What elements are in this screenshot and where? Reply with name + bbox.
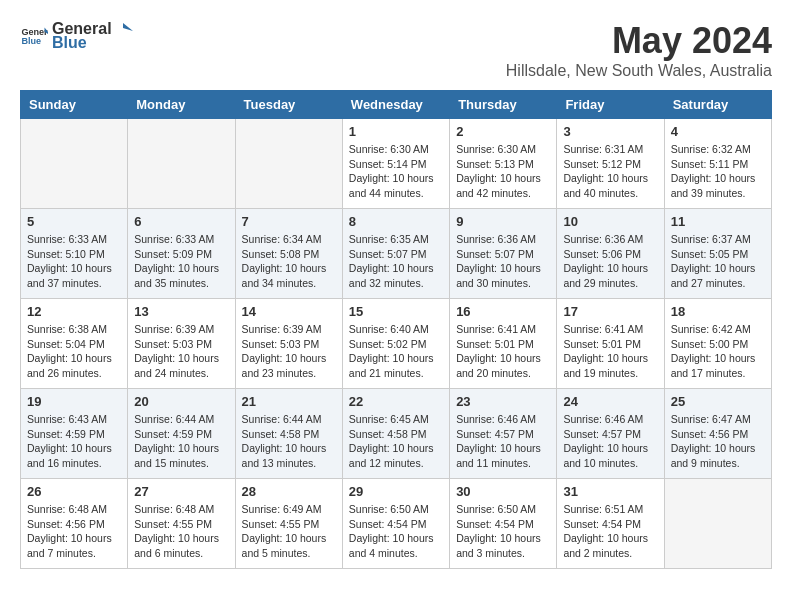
- calendar-cell: 8Sunrise: 6:35 AMSunset: 5:07 PMDaylight…: [342, 209, 449, 299]
- day-number: 6: [134, 214, 228, 229]
- day-info: Sunrise: 6:35 AMSunset: 5:07 PMDaylight:…: [349, 232, 443, 291]
- day-number: 18: [671, 304, 765, 319]
- calendar-cell: 10Sunrise: 6:36 AMSunset: 5:06 PMDayligh…: [557, 209, 664, 299]
- day-number: 17: [563, 304, 657, 319]
- day-number: 9: [456, 214, 550, 229]
- day-number: 10: [563, 214, 657, 229]
- subtitle: Hillsdale, New South Wales, Australia: [506, 62, 772, 80]
- calendar-cell: 17Sunrise: 6:41 AMSunset: 5:01 PMDayligh…: [557, 299, 664, 389]
- day-info: Sunrise: 6:41 AMSunset: 5:01 PMDaylight:…: [563, 322, 657, 381]
- calendar-cell: 18Sunrise: 6:42 AMSunset: 5:00 PMDayligh…: [664, 299, 771, 389]
- day-info: Sunrise: 6:46 AMSunset: 4:57 PMDaylight:…: [456, 412, 550, 471]
- calendar-cell: 24Sunrise: 6:46 AMSunset: 4:57 PMDayligh…: [557, 389, 664, 479]
- calendar-cell: [664, 479, 771, 569]
- day-number: 20: [134, 394, 228, 409]
- logo-icon: General Blue: [20, 22, 48, 50]
- day-number: 13: [134, 304, 228, 319]
- day-info: Sunrise: 6:43 AMSunset: 4:59 PMDaylight:…: [27, 412, 121, 471]
- calendar-header-monday: Monday: [128, 91, 235, 119]
- logo-bird-icon: [113, 21, 133, 37]
- calendar-cell: [128, 119, 235, 209]
- day-number: 15: [349, 304, 443, 319]
- day-info: Sunrise: 6:32 AMSunset: 5:11 PMDaylight:…: [671, 142, 765, 201]
- day-info: Sunrise: 6:42 AMSunset: 5:00 PMDaylight:…: [671, 322, 765, 381]
- day-info: Sunrise: 6:39 AMSunset: 5:03 PMDaylight:…: [242, 322, 336, 381]
- calendar-cell: 31Sunrise: 6:51 AMSunset: 4:54 PMDayligh…: [557, 479, 664, 569]
- calendar-cell: 6Sunrise: 6:33 AMSunset: 5:09 PMDaylight…: [128, 209, 235, 299]
- day-number: 2: [456, 124, 550, 139]
- calendar-cell: 7Sunrise: 6:34 AMSunset: 5:08 PMDaylight…: [235, 209, 342, 299]
- day-number: 1: [349, 124, 443, 139]
- day-number: 26: [27, 484, 121, 499]
- calendar-cell: 5Sunrise: 6:33 AMSunset: 5:10 PMDaylight…: [21, 209, 128, 299]
- svg-text:General: General: [21, 27, 48, 37]
- calendar-cell: 29Sunrise: 6:50 AMSunset: 4:54 PMDayligh…: [342, 479, 449, 569]
- day-info: Sunrise: 6:47 AMSunset: 4:56 PMDaylight:…: [671, 412, 765, 471]
- logo: General Blue General Blue: [20, 20, 134, 52]
- day-number: 19: [27, 394, 121, 409]
- calendar-cell: 26Sunrise: 6:48 AMSunset: 4:56 PMDayligh…: [21, 479, 128, 569]
- calendar-cell: 19Sunrise: 6:43 AMSunset: 4:59 PMDayligh…: [21, 389, 128, 479]
- day-info: Sunrise: 6:50 AMSunset: 4:54 PMDaylight:…: [456, 502, 550, 561]
- day-info: Sunrise: 6:34 AMSunset: 5:08 PMDaylight:…: [242, 232, 336, 291]
- day-number: 11: [671, 214, 765, 229]
- calendar-header-tuesday: Tuesday: [235, 91, 342, 119]
- calendar-week-row: 26Sunrise: 6:48 AMSunset: 4:56 PMDayligh…: [21, 479, 772, 569]
- day-number: 27: [134, 484, 228, 499]
- calendar-cell: 11Sunrise: 6:37 AMSunset: 5:05 PMDayligh…: [664, 209, 771, 299]
- day-info: Sunrise: 6:41 AMSunset: 5:01 PMDaylight:…: [456, 322, 550, 381]
- calendar: SundayMondayTuesdayWednesdayThursdayFrid…: [20, 90, 772, 569]
- calendar-header-friday: Friday: [557, 91, 664, 119]
- day-info: Sunrise: 6:50 AMSunset: 4:54 PMDaylight:…: [349, 502, 443, 561]
- calendar-cell: 16Sunrise: 6:41 AMSunset: 5:01 PMDayligh…: [450, 299, 557, 389]
- day-number: 30: [456, 484, 550, 499]
- day-number: 12: [27, 304, 121, 319]
- day-info: Sunrise: 6:44 AMSunset: 4:59 PMDaylight:…: [134, 412, 228, 471]
- calendar-header-wednesday: Wednesday: [342, 91, 449, 119]
- day-info: Sunrise: 6:40 AMSunset: 5:02 PMDaylight:…: [349, 322, 443, 381]
- day-number: 21: [242, 394, 336, 409]
- calendar-week-row: 1Sunrise: 6:30 AMSunset: 5:14 PMDaylight…: [21, 119, 772, 209]
- calendar-cell: 14Sunrise: 6:39 AMSunset: 5:03 PMDayligh…: [235, 299, 342, 389]
- header: General Blue General Blue May 2024 Hills…: [20, 20, 772, 80]
- day-number: 5: [27, 214, 121, 229]
- calendar-cell: 13Sunrise: 6:39 AMSunset: 5:03 PMDayligh…: [128, 299, 235, 389]
- calendar-week-row: 19Sunrise: 6:43 AMSunset: 4:59 PMDayligh…: [21, 389, 772, 479]
- calendar-cell: 23Sunrise: 6:46 AMSunset: 4:57 PMDayligh…: [450, 389, 557, 479]
- day-info: Sunrise: 6:36 AMSunset: 5:07 PMDaylight:…: [456, 232, 550, 291]
- day-number: 22: [349, 394, 443, 409]
- day-number: 31: [563, 484, 657, 499]
- day-number: 23: [456, 394, 550, 409]
- day-info: Sunrise: 6:49 AMSunset: 4:55 PMDaylight:…: [242, 502, 336, 561]
- calendar-cell: 9Sunrise: 6:36 AMSunset: 5:07 PMDaylight…: [450, 209, 557, 299]
- day-number: 14: [242, 304, 336, 319]
- day-info: Sunrise: 6:51 AMSunset: 4:54 PMDaylight:…: [563, 502, 657, 561]
- day-number: 3: [563, 124, 657, 139]
- calendar-cell: 3Sunrise: 6:31 AMSunset: 5:12 PMDaylight…: [557, 119, 664, 209]
- calendar-header-thursday: Thursday: [450, 91, 557, 119]
- day-info: Sunrise: 6:39 AMSunset: 5:03 PMDaylight:…: [134, 322, 228, 381]
- calendar-cell: 20Sunrise: 6:44 AMSunset: 4:59 PMDayligh…: [128, 389, 235, 479]
- day-info: Sunrise: 6:36 AMSunset: 5:06 PMDaylight:…: [563, 232, 657, 291]
- main-title: May 2024: [506, 20, 772, 62]
- day-info: Sunrise: 6:48 AMSunset: 4:56 PMDaylight:…: [27, 502, 121, 561]
- calendar-cell: 22Sunrise: 6:45 AMSunset: 4:58 PMDayligh…: [342, 389, 449, 479]
- calendar-week-row: 12Sunrise: 6:38 AMSunset: 5:04 PMDayligh…: [21, 299, 772, 389]
- day-info: Sunrise: 6:45 AMSunset: 4:58 PMDaylight:…: [349, 412, 443, 471]
- day-info: Sunrise: 6:48 AMSunset: 4:55 PMDaylight:…: [134, 502, 228, 561]
- day-info: Sunrise: 6:30 AMSunset: 5:13 PMDaylight:…: [456, 142, 550, 201]
- day-number: 25: [671, 394, 765, 409]
- day-info: Sunrise: 6:46 AMSunset: 4:57 PMDaylight:…: [563, 412, 657, 471]
- calendar-cell: 4Sunrise: 6:32 AMSunset: 5:11 PMDaylight…: [664, 119, 771, 209]
- day-info: Sunrise: 6:31 AMSunset: 5:12 PMDaylight:…: [563, 142, 657, 201]
- day-info: Sunrise: 6:44 AMSunset: 4:58 PMDaylight:…: [242, 412, 336, 471]
- day-info: Sunrise: 6:33 AMSunset: 5:10 PMDaylight:…: [27, 232, 121, 291]
- calendar-cell: [21, 119, 128, 209]
- calendar-cell: [235, 119, 342, 209]
- calendar-cell: 25Sunrise: 6:47 AMSunset: 4:56 PMDayligh…: [664, 389, 771, 479]
- day-number: 28: [242, 484, 336, 499]
- calendar-cell: 12Sunrise: 6:38 AMSunset: 5:04 PMDayligh…: [21, 299, 128, 389]
- svg-text:Blue: Blue: [21, 36, 41, 46]
- title-area: May 2024 Hillsdale, New South Wales, Aus…: [506, 20, 772, 80]
- day-number: 7: [242, 214, 336, 229]
